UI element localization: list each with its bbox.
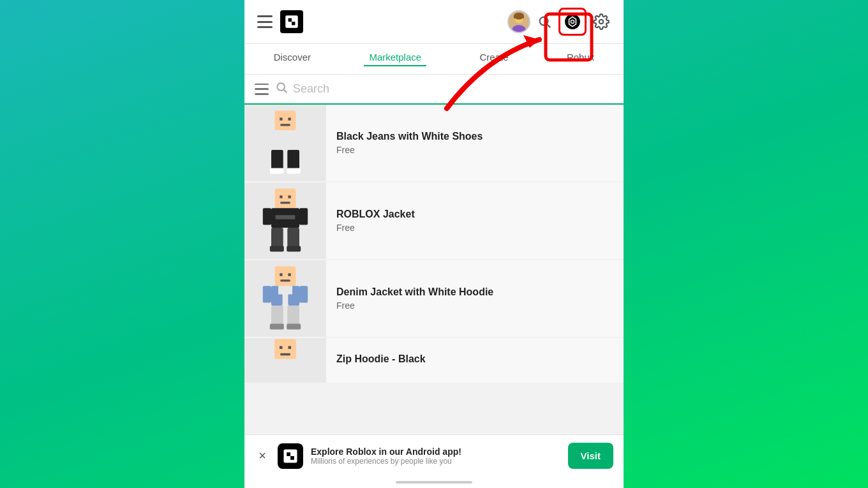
search-magnifier-icon [275,81,288,97]
svg-rect-53 [270,324,284,330]
svg-line-9 [547,24,550,27]
item-thumbnail [244,182,326,259]
item-name: Black Jeans with White Shoes [336,131,613,142]
svg-rect-32 [280,202,290,203]
search-input[interactable] [293,82,613,96]
svg-rect-50 [299,286,308,302]
svg-rect-23 [263,130,271,147]
svg-rect-25 [271,150,283,170]
item-list: Black Jeans with White Shoes Free [244,105,624,434]
svg-rect-36 [299,208,308,225]
svg-point-8 [540,17,548,26]
svg-rect-35 [263,208,271,225]
svg-rect-20 [288,117,290,120]
svg-rect-54 [287,324,301,330]
nav-left [257,10,303,33]
nav-menu: Discover Marketplace Create Robux [244,44,624,75]
svg-rect-34 [276,215,296,219]
home-indicator-bar [396,481,472,484]
svg-rect-40 [287,246,301,252]
list-item[interactable]: ROBLOX Jacket Free [244,182,624,259]
list-item[interactable]: Black Jeans with White Shoes Free [244,105,624,181]
banner-title: Explore Roblox in our Android app! [311,447,560,457]
svg-rect-27 [270,168,284,174]
item-info: Black Jeans with White Shoes Free [326,105,624,181]
avatar[interactable] [507,10,530,33]
svg-rect-26 [287,150,299,170]
item-info: Denim Jacket with White Hoodie Free [326,260,624,337]
svg-rect-43 [288,273,290,276]
bottom-banner: × Explore Roblox in our Android app! Mil… [244,434,624,477]
item-thumbnail [244,338,326,383]
visit-button[interactable]: Visit [568,443,613,469]
banner-close-button[interactable]: × [255,448,270,463]
svg-rect-57 [288,346,292,350]
svg-rect-42 [280,273,282,276]
nav-discover[interactable]: Discover [269,49,316,66]
search-row [244,75,624,105]
search-wrapper [275,81,613,97]
side-hamburger-icon[interactable] [255,84,269,95]
list-item[interactable]: Zip Hoodie - Black [244,338,624,383]
svg-rect-31 [288,195,290,198]
banner-logo [278,443,303,469]
banner-text: Explore Roblox in our Android app! Milli… [311,447,560,466]
svg-rect-55 [274,339,296,359]
svg-rect-14 [571,20,573,22]
item-info: ROBLOX Jacket Free [326,182,624,259]
svg-point-16 [277,83,285,91]
bottom-indicator [244,477,624,488]
item-thumbnail [244,105,326,181]
roblox-logo[interactable] [280,10,303,33]
svg-rect-18 [275,110,296,130]
item-info: Zip Hoodie - Black [326,338,624,383]
svg-point-15 [599,20,604,24]
svg-rect-29 [275,188,296,208]
search-icon-top[interactable] [535,13,553,31]
robux-button[interactable] [558,8,587,36]
svg-rect-37 [271,228,283,248]
svg-rect-51 [271,306,283,325]
svg-rect-39 [270,246,284,252]
top-nav [244,0,624,44]
svg-rect-28 [287,168,301,174]
nav-marketplace[interactable]: Marketplace [364,49,426,66]
svg-rect-41 [275,266,296,286]
nav-robux[interactable]: Robux [562,49,599,66]
svg-rect-58 [280,353,290,355]
item-price: Free [336,300,613,311]
svg-rect-48 [278,286,292,294]
item-price: Free [336,223,613,233]
svg-rect-24 [299,130,308,147]
svg-rect-38 [287,228,299,248]
banner-subtitle: Millions of experiences by people like y… [311,457,560,466]
phone-frame: Discover Marketplace Create Robux [244,0,624,488]
item-thumbnail [244,260,326,337]
nav-right [507,8,611,36]
hamburger-menu-icon[interactable] [257,15,273,28]
nav-create[interactable]: Create [475,49,514,66]
svg-rect-44 [280,279,290,281]
item-price: Free [336,145,613,155]
svg-line-17 [284,90,287,93]
svg-rect-49 [263,286,271,302]
item-name: Zip Hoodie - Black [336,353,613,365]
svg-rect-22 [271,130,299,150]
svg-rect-2 [292,22,295,25]
svg-rect-52 [287,306,299,325]
svg-rect-61 [290,456,294,460]
svg-rect-56 [280,346,283,350]
svg-point-6 [514,13,524,20]
svg-rect-21 [280,124,290,126]
svg-rect-7 [514,16,524,18]
svg-rect-30 [280,195,282,198]
settings-icon[interactable] [592,12,611,31]
svg-rect-19 [280,117,282,120]
svg-rect-60 [287,452,290,456]
list-item[interactable]: Denim Jacket with White Hoodie Free [244,260,624,337]
item-name: Denim Jacket with White Hoodie [336,286,613,298]
svg-rect-1 [288,18,292,22]
item-name: ROBLOX Jacket [336,209,613,220]
